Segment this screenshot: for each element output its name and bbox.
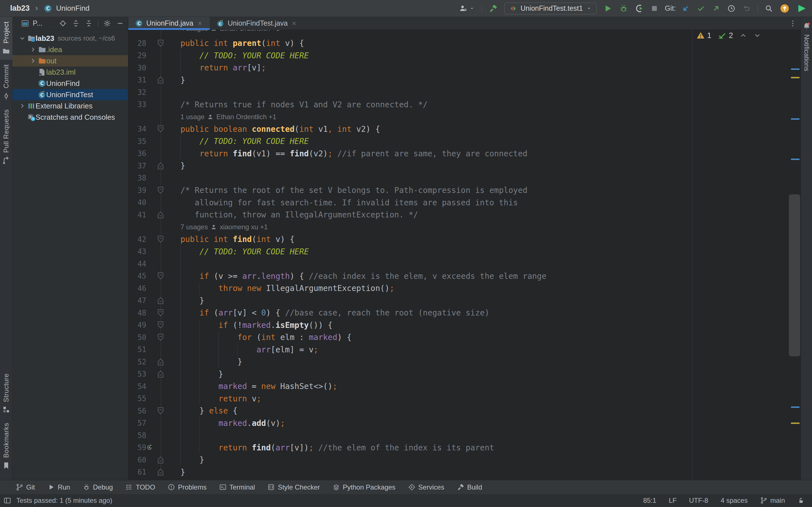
line-number[interactable]: 41: [128, 209, 146, 221]
line-number[interactable]: 29: [128, 50, 146, 62]
bottom-tab-todo[interactable]: TODO: [125, 483, 155, 491]
editor-tab-unionfindtest-java[interactable]: CUnionFindTest.java: [210, 17, 304, 30]
notifications-tab[interactable]: Notifications: [803, 34, 811, 71]
bottom-tab-debug[interactable]: Debug: [83, 483, 113, 491]
recursive-call-gutter-icon[interactable]: [146, 444, 153, 451]
editor-body[interactable]: 4 usagesEthan Ordentlich +128public int …: [128, 30, 801, 480]
inspection-warnings[interactable]: 1: [696, 31, 711, 40]
code-line[interactable]: 30 return arr[v];: [128, 62, 787, 74]
line-number[interactable]: 56: [128, 405, 146, 417]
code-line[interactable]: 44: [128, 258, 787, 270]
code-line[interactable]: 38: [128, 172, 787, 184]
code-line[interactable]: 32: [128, 86, 787, 99]
history-button[interactable]: [727, 4, 735, 13]
line-number[interactable]: 49: [128, 319, 146, 332]
ide-logo-icon[interactable]: [796, 3, 806, 13]
run-configuration-select[interactable]: UnionFindTest.test1: [504, 3, 597, 14]
expand-all-button[interactable]: [72, 19, 80, 27]
line-number[interactable]: 40: [128, 196, 146, 209]
line-number[interactable]: 59: [128, 442, 146, 454]
line-number[interactable]: 57: [128, 417, 146, 430]
code-line[interactable]: 58: [128, 429, 787, 442]
chevron-right-icon[interactable]: [17, 102, 27, 110]
fold-marker-start[interactable]: [157, 186, 164, 194]
debug-button[interactable]: [619, 4, 628, 13]
code-line[interactable]: 41 function, throw an IllegalArgumentExc…: [128, 209, 787, 221]
line-number[interactable]: 28: [128, 37, 146, 50]
next-problem-button[interactable]: [753, 32, 761, 40]
line-number[interactable]: 43: [128, 245, 146, 258]
code-with-me-button[interactable]: [459, 4, 475, 13]
line-number[interactable]: 38: [128, 172, 146, 184]
breadcrumb-target[interactable]: UnionFind: [56, 4, 90, 13]
search-everywhere-button[interactable]: [765, 4, 773, 13]
bottom-tab-build[interactable]: Build: [457, 483, 482, 491]
stripe-mark-blue[interactable]: [791, 118, 800, 120]
stripe-mark-blue[interactable]: [791, 406, 800, 408]
editor-options-kebab-icon[interactable]: [789, 19, 797, 27]
line-number[interactable]: 44: [128, 258, 146, 270]
line-number[interactable]: 51: [128, 344, 146, 356]
code-line[interactable]: 28public int parent(int v) {: [128, 37, 787, 50]
tree-item-lab23-iml[interactable]: lab23.iml: [12, 66, 128, 78]
status-message[interactable]: Tests passed: 1 (5 minutes ago): [16, 497, 112, 504]
tree-item-external-libraries[interactable]: External Libraries: [12, 100, 128, 112]
line-number[interactable]: 34: [128, 123, 146, 135]
settings-gear-button[interactable]: [103, 19, 111, 27]
code-line[interactable]: 46 throw new IllegalArgumentException();: [128, 282, 787, 295]
code-line[interactable]: 34public boolean connected(int v1, int v…: [128, 123, 787, 135]
lock-widget[interactable]: [797, 497, 805, 504]
line-number[interactable]: 50: [128, 331, 146, 344]
code-line[interactable]: 59 return find(arr[v]); //the elem of th…: [128, 442, 787, 454]
stop-button[interactable]: [651, 5, 658, 12]
line-number[interactable]: 37: [128, 160, 146, 172]
code-line[interactable]: 36 return find(v1) == find(v2); //if par…: [128, 148, 787, 160]
line-number[interactable]: 35: [128, 135, 146, 148]
tree-item-unionfindtest[interactable]: CUnionFindTest: [12, 89, 128, 100]
code-line[interactable]: 39/* Returns the root of the set V belon…: [128, 184, 787, 196]
sidebar-item-project[interactable]: Project: [0, 17, 12, 60]
code-line[interactable]: 50 for (int elm : marked) {: [128, 331, 787, 344]
indent-style[interactable]: 4 spaces: [721, 497, 748, 504]
line-number[interactable]: 42: [128, 233, 146, 245]
code-line[interactable]: 54 marked = new HashSet<>();: [128, 380, 787, 393]
fold-marker-end[interactable]: [157, 211, 164, 219]
fold-marker-end[interactable]: [157, 468, 164, 476]
fold-marker-end[interactable]: [157, 76, 164, 84]
hide-panel-button[interactable]: [116, 19, 124, 27]
code-line[interactable]: 51 arr[elm] = v;: [128, 344, 787, 356]
tree-item-out[interactable]: out: [12, 55, 128, 66]
fold-marker-end[interactable]: [157, 162, 164, 170]
code-line[interactable]: 60 }: [128, 454, 787, 466]
run-with-coverage-button[interactable]: [635, 4, 644, 13]
build-hammer-button[interactable]: [489, 4, 498, 13]
stripe-mark-yellow[interactable]: [791, 77, 800, 78]
code-line[interactable]: 31}: [128, 74, 787, 87]
code-line[interactable]: 55 return v;: [128, 393, 787, 405]
fold-marker-end[interactable]: [157, 297, 164, 304]
line-number[interactable]: 61: [128, 466, 146, 478]
sidebar-item-bookmarks[interactable]: Bookmarks: [0, 418, 12, 474]
previous-problem-button[interactable]: [739, 32, 747, 40]
fold-marker-start[interactable]: [157, 321, 164, 329]
editor-tab-unionfind-java[interactable]: CUnionFind.java: [128, 17, 210, 30]
bottom-tab-services[interactable]: Services: [408, 483, 444, 491]
bottom-tab-run[interactable]: Run: [47, 483, 70, 491]
code-line[interactable]: 52 }: [128, 356, 787, 368]
code-line[interactable]: 47 }: [128, 295, 787, 307]
notifications-bell-icon[interactable]: [802, 22, 811, 31]
code-line[interactable]: 45 if (v >= arr.length) { //each index i…: [128, 270, 787, 283]
code-line[interactable]: 49 if (!marked.isEmpty()) {: [128, 319, 787, 332]
error-stripe[interactable]: [787, 30, 801, 480]
stripe-mark-yellow[interactable]: [791, 422, 800, 424]
usages-inlay[interactable]: 4 usagesEthan Ordentlich +1: [181, 30, 280, 32]
git-branch-widget[interactable]: main: [760, 497, 785, 504]
fold-marker-start[interactable]: [157, 334, 164, 341]
fold-marker-end[interactable]: [157, 370, 164, 378]
code-line[interactable]: 53 }: [128, 368, 787, 381]
usages-inlay[interactable]: 7 usagesxiaomeng xu +1: [181, 221, 268, 233]
fold-marker-end[interactable]: [157, 456, 164, 464]
line-number[interactable]: 30: [128, 62, 146, 74]
code-line[interactable]: 57 marked.add(v);: [128, 417, 787, 430]
bottom-tab-git[interactable]: Git: [16, 483, 35, 491]
